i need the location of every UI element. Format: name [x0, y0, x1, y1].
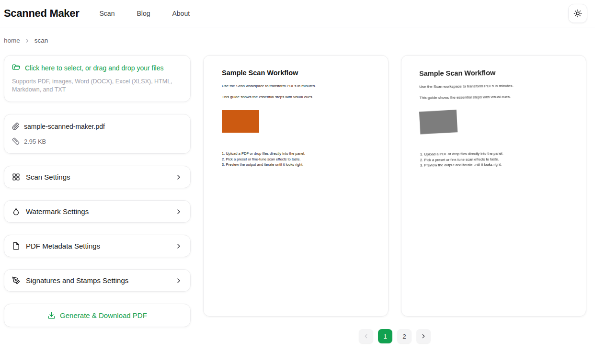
header: Scanned Maker Scan Blog About	[0, 0, 595, 27]
file-dropzone[interactable]: Click here to select, or drag and drop y…	[4, 55, 191, 102]
page-intro-line: This guide shows the essential steps wit…	[222, 95, 370, 99]
pagination: 1 2	[203, 329, 586, 343]
section-label: Signatures and Stamps Settings	[26, 276, 128, 284]
pagination-page-2[interactable]: 2	[397, 329, 412, 343]
file-size-row: 2.95 KB	[12, 137, 183, 145]
main-nav: Scan Blog About	[100, 10, 190, 17]
signatures-stamps-settings-section[interactable]: Signatures and Stamps Settings	[4, 269, 191, 292]
page-step: 2. Pick a preset or fine-tune scan effec…	[222, 157, 370, 162]
pagination-next-button[interactable]	[416, 329, 431, 343]
breadcrumb-home[interactable]: home	[4, 37, 20, 44]
sun-icon	[573, 9, 582, 18]
uploaded-file-card: sample-scanned-maker.pdf 2.95 KB	[4, 114, 191, 154]
color-swatch	[222, 110, 259, 133]
page-intro-line: Use the Scan workspace to transform PDFs…	[419, 83, 567, 89]
preview-pages: Sample Scan Workflow Use the Scan worksp…	[203, 55, 586, 317]
file-name-row: sample-scanned-maker.pdf	[12, 123, 183, 130]
section-label: Scan Settings	[26, 173, 70, 181]
preview-area: Sample Scan Workflow Use the Scan worksp…	[203, 55, 586, 343]
nav-item-blog[interactable]: Blog	[137, 10, 150, 17]
paperclip-icon	[12, 123, 20, 130]
content: Click here to select, or drag and drop y…	[0, 51, 595, 343]
section-label: Watermark Settings	[26, 207, 89, 216]
ruler-icon	[12, 137, 20, 145]
breadcrumb-scan[interactable]: scan	[34, 37, 48, 44]
chevron-right-icon	[420, 333, 427, 340]
folder-open-icon	[12, 64, 21, 72]
page-content: Sample Scan Workflow Use the Scan worksp…	[222, 69, 370, 168]
theme-toggle-button[interactable]	[568, 4, 587, 23]
dropzone-label: Click here to select, or drag and drop y…	[25, 64, 163, 72]
chevron-left-icon	[363, 333, 369, 340]
page-title: Sample Scan Workflow	[222, 69, 370, 77]
page-step: 3. Preview the output and iterate until …	[420, 161, 568, 169]
file-name: sample-scanned-maker.pdf	[24, 123, 105, 130]
droplet-icon	[12, 207, 20, 216]
color-swatch	[419, 110, 458, 134]
page-intro-line: This guide shows the essential steps wit…	[419, 94, 567, 100]
page-step: 1. Upload a PDF or drop files directly i…	[222, 151, 370, 157]
nav-item-about[interactable]: About	[172, 10, 190, 17]
chevron-right-icon	[175, 173, 183, 181]
preview-page-2: Sample Scan Workflow Use the Scan worksp…	[401, 55, 586, 317]
pen-icon	[12, 276, 20, 284]
brand-logo[interactable]: Scanned Maker	[4, 7, 80, 20]
chevron-right-icon	[175, 242, 183, 250]
grid-icon	[12, 173, 20, 181]
preview-page-1: Sample Scan Workflow Use the Scan worksp…	[203, 55, 389, 317]
chevron-right-icon	[175, 208, 183, 216]
chevron-right-icon	[175, 277, 183, 284]
sidebar: Click here to select, or drag and drop y…	[4, 55, 191, 343]
watermark-settings-section[interactable]: Watermark Settings	[4, 200, 191, 223]
pagination-page-1[interactable]: 1	[378, 329, 392, 343]
file-size: 2.95 KB	[24, 138, 46, 145]
dropzone-supported-formats: Supports PDF, images, Word (DOCX), Excel…	[12, 78, 183, 93]
page-step: 3. Preview the output and iterate until …	[222, 162, 370, 168]
document-icon	[12, 242, 20, 250]
page-intro-line: Use the Scan workspace to transform PDFs…	[222, 84, 370, 88]
scan-settings-section[interactable]: Scan Settings	[4, 166, 191, 188]
nav-item-scan[interactable]: Scan	[100, 10, 115, 17]
page-content: Sample Scan Workflow Use the Scan worksp…	[419, 68, 568, 168]
breadcrumb: home scan	[0, 27, 595, 51]
generate-download-label: Generate & Download PDF	[60, 311, 147, 319]
pdf-metadata-settings-section[interactable]: PDF Metadata Settings	[4, 235, 191, 257]
chevron-right-icon	[24, 38, 30, 44]
page-title: Sample Scan Workflow	[419, 68, 567, 77]
generate-download-button[interactable]: Generate & Download PDF	[4, 304, 191, 327]
pagination-prev-button[interactable]	[359, 329, 373, 343]
section-label: PDF Metadata Settings	[26, 242, 100, 250]
download-icon	[47, 311, 56, 319]
